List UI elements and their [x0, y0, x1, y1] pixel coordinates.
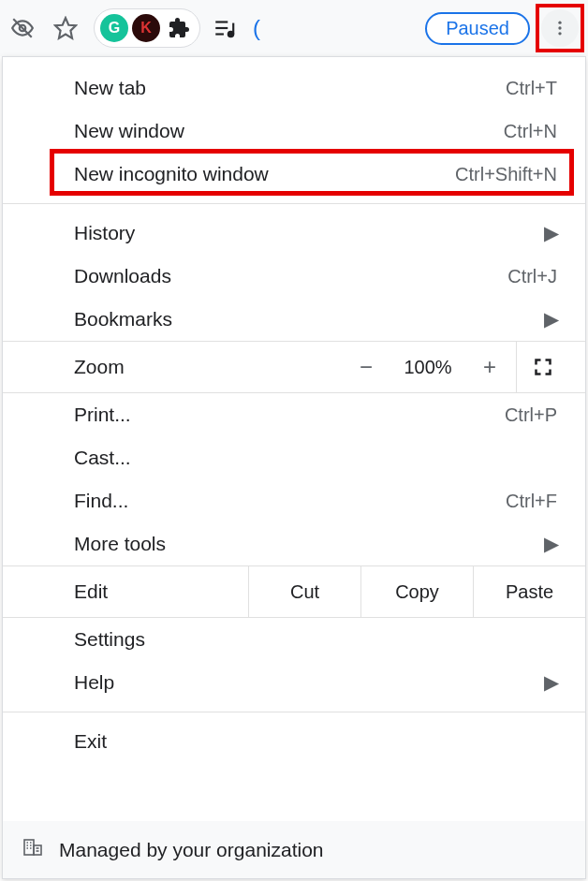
svg-point-7: [558, 22, 561, 24]
menu-divider: [3, 203, 585, 204]
profile-paused-button[interactable]: Paused: [425, 12, 530, 45]
zoom-controls: − 100% +: [340, 354, 516, 380]
menu-edit-row: Edit Cut Copy Paste: [3, 565, 585, 618]
k-ext-icon[interactable]: K: [132, 14, 160, 42]
menu-find[interactable]: Find... Ctrl+F: [3, 479, 585, 522]
highlight-kebab: [536, 4, 584, 52]
submenu-arrow-icon: ▶: [544, 308, 557, 330]
menu-new-window[interactable]: New window Ctrl+N: [3, 110, 585, 153]
menu-cast[interactable]: Cast...: [3, 436, 585, 479]
zoom-out-button[interactable]: −: [340, 354, 392, 380]
building-icon: [22, 836, 44, 863]
menu-label: New window: [74, 120, 504, 142]
edit-paste-button[interactable]: Paste: [473, 565, 585, 618]
menu-label: Downloads: [74, 265, 507, 287]
browser-toolbar: G K ( Paused: [0, 0, 588, 56]
menu-settings[interactable]: Settings: [3, 618, 585, 661]
puzzle-icon[interactable]: [164, 9, 194, 47]
menu-shortcut: Ctrl+P: [505, 404, 557, 426]
menu-label: Bookmarks: [74, 308, 533, 330]
menu-help[interactable]: Help ▶: [3, 661, 585, 704]
menu-label: New incognito window: [74, 163, 455, 185]
menu-history[interactable]: History ▶: [3, 212, 585, 255]
menu-label: Settings: [74, 628, 557, 651]
chrome-main-menu: New tab Ctrl+T New window Ctrl+N New inc…: [2, 56, 586, 879]
submenu-arrow-icon: ▶: [544, 533, 557, 555]
managed-label: Managed by your organization: [59, 839, 324, 861]
menu-shortcut: Ctrl+F: [506, 491, 557, 512]
zoom-in-button[interactable]: +: [463, 354, 516, 380]
svg-rect-11: [34, 845, 41, 855]
menu-label: New tab: [74, 77, 506, 99]
svg-point-8: [558, 26, 561, 29]
music-queue-icon[interactable]: [206, 9, 243, 47]
svg-rect-10: [24, 840, 34, 855]
menu-label: Cast...: [74, 447, 557, 469]
menu-managed-footer[interactable]: Managed by your organization: [3, 821, 585, 878]
submenu-arrow-icon: ▶: [544, 222, 557, 244]
menu-new-tab[interactable]: New tab Ctrl+T: [3, 66, 585, 110]
edit-cut-button[interactable]: Cut: [248, 565, 360, 618]
edit-copy-button[interactable]: Copy: [360, 565, 473, 618]
menu-print[interactable]: Print... Ctrl+P: [3, 393, 585, 436]
menu-shortcut: Ctrl+Shift+N: [455, 164, 557, 185]
eye-off-icon[interactable]: [4, 9, 41, 47]
menu-divider: [3, 712, 585, 712]
star-icon[interactable]: [47, 9, 84, 47]
menu-shortcut: Ctrl+J: [507, 266, 557, 287]
menu-label: Find...: [74, 490, 506, 512]
menu-label: Edit: [74, 580, 248, 603]
menu-label: Print...: [74, 404, 505, 426]
menu-label: More tools: [74, 533, 533, 555]
svg-point-9: [558, 32, 561, 35]
menu-downloads[interactable]: Downloads Ctrl+J: [3, 255, 585, 298]
zoom-value: 100%: [392, 357, 463, 378]
menu-label: Zoom: [74, 356, 340, 378]
menu-label: History: [74, 222, 533, 244]
menu-exit[interactable]: Exit: [3, 720, 585, 763]
submenu-arrow-icon: ▶: [544, 671, 557, 694]
menu-bookmarks[interactable]: Bookmarks ▶: [3, 298, 585, 341]
profile-paren-icon: (: [253, 15, 260, 41]
more-menu-button[interactable]: [541, 9, 579, 47]
menu-label: Help: [74, 671, 533, 694]
svg-marker-2: [55, 18, 76, 38]
grammarly-ext-icon[interactable]: G: [100, 14, 128, 42]
menu-zoom-row: Zoom − 100% +: [3, 341, 585, 393]
menu-shortcut: Ctrl+T: [506, 78, 557, 99]
menu-new-incognito[interactable]: New incognito window Ctrl+Shift+N: [3, 153, 585, 196]
menu-shortcut: Ctrl+N: [504, 121, 557, 142]
extensions-group: G K: [94, 8, 200, 48]
fullscreen-button[interactable]: [516, 341, 568, 393]
menu-label: Exit: [74, 730, 557, 753]
menu-more-tools[interactable]: More tools ▶: [3, 522, 585, 565]
